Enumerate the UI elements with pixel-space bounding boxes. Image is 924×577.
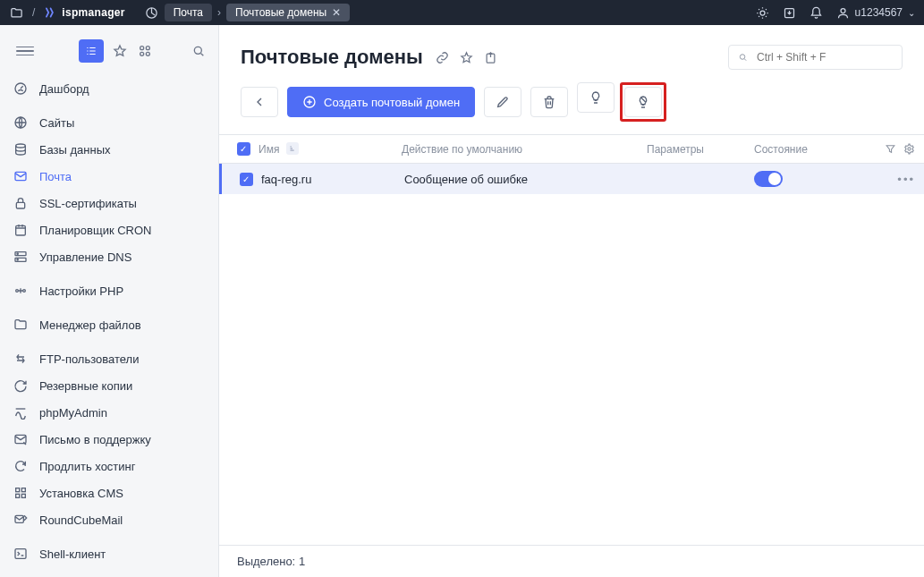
link-icon[interactable] (436, 51, 449, 64)
toolbar: Создать почтовый домен (219, 79, 924, 134)
row-checkbox[interactable]: ✓ (240, 173, 253, 186)
sort-asc-icon (286, 142, 299, 155)
sidebar-item-dns[interactable]: Управление DNS (0, 243, 218, 270)
svg-point-5 (146, 47, 149, 50)
back-button[interactable] (241, 87, 278, 117)
footer-selected-count: 1 (299, 555, 305, 568)
bell-icon[interactable] (810, 5, 824, 20)
sidebar-item-backup[interactable]: Резервные копии (0, 372, 218, 399)
modules-icon[interactable] (138, 44, 152, 58)
sidebar-item-gauge[interactable]: Дашборд (0, 75, 218, 102)
filter-icon[interactable] (885, 143, 896, 155)
sidebar-item-label: FTP-пользователи (39, 352, 139, 366)
svg-rect-22 (16, 488, 20, 492)
delete-button[interactable] (530, 87, 568, 117)
sidebar-item-label: Установка CMS (39, 487, 123, 500)
settings-icon[interactable] (903, 143, 915, 155)
search-icon[interactable] (191, 44, 206, 58)
select-all-checkbox[interactable]: ✓ (237, 142, 250, 156)
svg-point-30 (740, 55, 745, 59)
grid-header-tools (861, 143, 915, 155)
folder-icon (13, 317, 29, 333)
sidebar-item-folder[interactable]: Менеджер файлов (0, 311, 218, 338)
ftp-icon (13, 351, 29, 367)
sidebar-item-pma[interactable]: phpMyAdmin (0, 399, 218, 426)
svg-rect-27 (15, 549, 26, 559)
star-icon[interactable] (113, 44, 127, 58)
sidebar-item-mail[interactable]: Почта (0, 163, 218, 190)
sidebar-item-label: RoundCubeMail (39, 513, 123, 527)
table-row[interactable]: ✓faq-reg.ruСообщение об ошибке••• (219, 164, 924, 194)
grid-body: ✓faq-reg.ruСообщение об ошибке••• (219, 164, 924, 545)
col-action-header[interactable]: Действие по умолчанию (402, 143, 647, 156)
view-list-button[interactable] (79, 39, 104, 63)
search-input-wrapper[interactable] (728, 45, 903, 70)
brand-icon (44, 6, 56, 19)
crumb-mail[interactable]: Почта (165, 4, 212, 21)
sidebar-item-label: Планировщик CRON (39, 224, 152, 237)
state-toggle[interactable] (754, 171, 783, 187)
sidebar-item-label: SSL-сертификаты (39, 197, 137, 210)
sidebar: ДашбордСайтыБазы данныхПочтаSSL-сертифик… (0, 25, 219, 577)
sidebar-item-lock[interactable]: SSL-сертификаты (0, 190, 218, 216)
disable-highlight (620, 82, 666, 122)
edit-button[interactable] (484, 87, 521, 117)
col-state-header[interactable]: Состояние (754, 143, 861, 156)
svg-point-8 (194, 47, 201, 54)
sidebar-item-mailout[interactable]: RoundCubeMail (0, 506, 218, 533)
export-icon[interactable] (484, 51, 497, 64)
backup-icon (13, 378, 29, 394)
sidebar-item-label: Управление DNS (39, 250, 131, 264)
import-icon[interactable] (783, 5, 797, 20)
menu-toggle-icon[interactable] (16, 42, 34, 60)
theme-icon[interactable] (756, 5, 770, 20)
lock-icon (13, 195, 29, 211)
dns-icon (13, 249, 29, 265)
sidebar-item-refresh[interactable]: Продлить хостинг (0, 453, 218, 479)
cell-name: faq-reg.ru (261, 173, 404, 186)
page-header: Почтовые домены (219, 25, 924, 79)
row-menu-icon[interactable]: ••• (897, 173, 915, 186)
svg-point-7 (146, 52, 149, 55)
star-icon[interactable] (460, 51, 473, 64)
folder-icon (9, 5, 23, 20)
crumb-mail-domains[interactable]: Почтовые домены ✕ (226, 4, 350, 21)
sidebar-item-globe[interactable]: Сайты (0, 109, 218, 136)
search-input[interactable] (755, 50, 893, 64)
chart-icon[interactable] (145, 5, 159, 20)
sidebar-item-support[interactable]: Письмо в поддержку (0, 426, 218, 453)
crumb-mail-domains-label: Почтовые домены (235, 6, 326, 19)
page-title: Почтовые домены (241, 46, 423, 69)
sidebar-item-php[interactable]: Настройки PHP (0, 277, 218, 304)
enable-button[interactable] (577, 82, 615, 113)
sidebar-item-terminal[interactable]: Shell-клиент (0, 540, 218, 567)
sidebar-item-grid[interactable]: Установка CMS (0, 479, 218, 506)
col-params-header[interactable]: Параметры (647, 143, 754, 156)
col-name-header[interactable]: Имя (259, 142, 402, 156)
svg-point-18 (17, 259, 18, 260)
enable-disable-group (577, 82, 666, 122)
sidebar-item-label: Сайты (39, 116, 74, 130)
user-menu[interactable]: u1234567 ⌄ (836, 6, 915, 20)
terminal-icon (13, 546, 29, 562)
refresh-icon (13, 458, 29, 474)
sidebar-item-label: Shell-клиент (39, 547, 106, 561)
disable-button[interactable] (624, 87, 662, 117)
sidebar-item-label: Продлить хостинг (39, 460, 136, 473)
brand-text: ispmanager (62, 6, 124, 19)
svg-point-4 (140, 47, 144, 50)
sidebar-item-database[interactable]: Базы данных (0, 136, 218, 163)
sidebar-item-calendar[interactable]: Планировщик CRON (0, 216, 218, 243)
sidebar-item-label: Дашборд (39, 82, 89, 96)
svg-point-3 (841, 8, 845, 13)
brand[interactable]: ispmanager (44, 6, 124, 19)
topbar-left: / ispmanager Почта › Почтовые домены ✕ (9, 4, 350, 21)
close-icon[interactable]: ✕ (332, 6, 341, 19)
cell-action: Сообщение об ошибке (404, 173, 647, 186)
create-domain-button[interactable]: Создать почтовый домен (287, 87, 475, 117)
grid-header: ✓ Имя Действие по умолчанию Параметры Со… (219, 135, 924, 164)
sidebar-item-ftp[interactable]: FTP-пользователи (0, 345, 218, 372)
sidebar-item-label: Письмо в поддержку (39, 433, 151, 446)
create-domain-label: Создать почтовый домен (324, 96, 460, 109)
svg-rect-14 (16, 225, 26, 235)
